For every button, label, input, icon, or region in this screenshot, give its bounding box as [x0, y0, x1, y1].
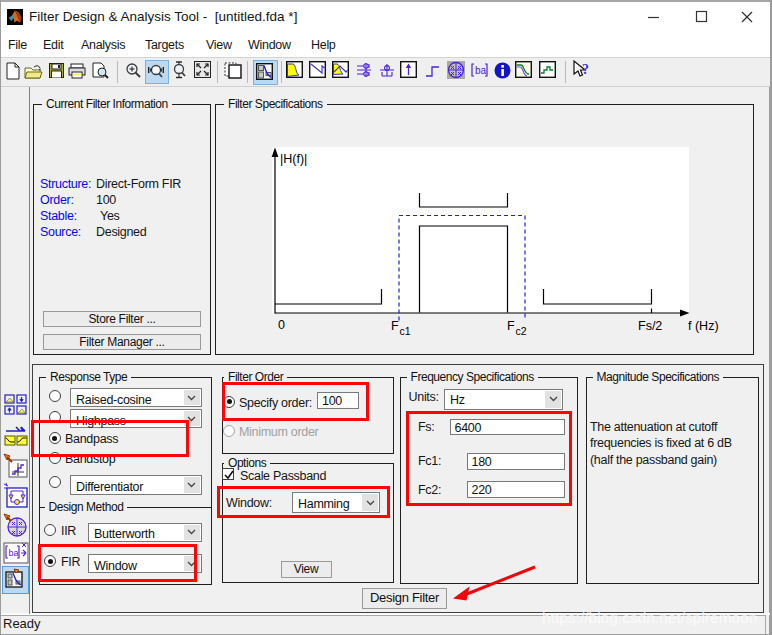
svg-text:ba: ba: [475, 65, 487, 76]
svg-text:|H(f)|: |H(f)|: [280, 152, 307, 166]
svg-text:?: ?: [582, 62, 589, 77]
svg-text:f (Hz): f (Hz): [688, 319, 719, 333]
svg-text:Fs/2: Fs/2: [638, 319, 662, 333]
svg-text:F: F: [391, 319, 399, 333]
svg-text:c1: c1: [400, 325, 411, 337]
svg-text:c2: c2: [516, 325, 527, 337]
svg-text:ba: ba: [9, 548, 19, 558]
svg-text:0: 0: [278, 318, 285, 332]
svg-text:F: F: [507, 319, 515, 333]
